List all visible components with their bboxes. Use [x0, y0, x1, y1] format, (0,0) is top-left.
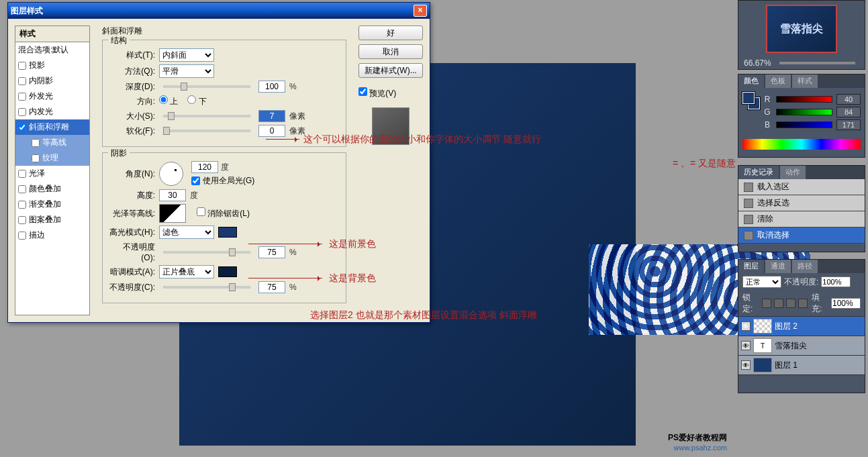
direction-down[interactable]: 下 — [187, 95, 206, 107]
depth-label: 深度(D): — [109, 81, 155, 93]
size-input[interactable] — [258, 110, 285, 122]
history-icon — [744, 215, 753, 224]
g-value[interactable]: 84 — [836, 107, 861, 117]
dialog-titlebar[interactable]: 图层样式 × — [8, 3, 430, 19]
style-label: 样式(T): — [109, 50, 155, 61]
lock-pixels-icon[interactable] — [774, 299, 783, 308]
lock-transparency-icon[interactable] — [762, 299, 771, 308]
lock-all-icon[interactable] — [798, 299, 808, 308]
fill-input[interactable] — [831, 298, 861, 309]
tab-history[interactable]: 历史记录 — [738, 166, 779, 179]
angle-control[interactable] — [159, 162, 183, 186]
r-slider[interactable] — [776, 96, 832, 103]
layer-row[interactable]: 👁T雪落指尖 — [738, 336, 865, 356]
layers-panel: 图层 通道 路径 正常 不透明度: 锁定: 填充: 👁图层 2 👁T雪落指尖 👁… — [738, 259, 865, 393]
shadow-color-swatch[interactable] — [218, 266, 237, 277]
altitude-input[interactable] — [159, 189, 186, 201]
antialias-checkbox[interactable]: 消除锯齿(L) — [197, 207, 250, 219]
tab-channels[interactable]: 通道 — [765, 260, 791, 273]
checkbox[interactable] — [18, 93, 26, 101]
tab-paths[interactable]: 路径 — [792, 260, 818, 273]
style-item-outerglow[interactable]: 外发光 — [15, 89, 89, 104]
cancel-button[interactable]: 取消 — [358, 44, 423, 59]
navigator-thumbnail[interactable]: 雪落指尖 — [766, 5, 837, 53]
layer-row[interactable]: 👁图层 1 — [738, 356, 865, 375]
checkbox[interactable] — [18, 170, 26, 178]
highlight-mode-select[interactable]: 滤色 — [159, 225, 214, 239]
direction-up[interactable]: 上 — [159, 95, 178, 107]
checkbox[interactable] — [32, 139, 40, 147]
tab-actions[interactable]: 动作 — [780, 166, 806, 179]
tab-color[interactable]: 颜色 — [738, 74, 764, 88]
newstyle-button[interactable]: 新建样式(W)... — [358, 63, 423, 78]
tab-swatches[interactable]: 色板 — [765, 74, 791, 88]
style-item-contour[interactable]: 等高线 — [15, 135, 89, 150]
shadow-mode-select[interactable]: 正片叠底 — [159, 265, 214, 278]
style-item-satin[interactable]: 光泽 — [15, 166, 89, 181]
global-light-checkbox[interactable]: 使用全局光(G) — [191, 175, 254, 187]
r-value[interactable]: 40 — [836, 94, 861, 105]
history-item[interactable]: 清除 — [738, 211, 865, 227]
layer-thumbnail[interactable]: T — [753, 338, 772, 353]
size-slider[interactable] — [163, 115, 250, 117]
soften-input[interactable] — [258, 125, 285, 137]
style-item-texture[interactable]: 纹理 — [15, 150, 89, 166]
zoom-slider[interactable] — [779, 62, 855, 64]
size-label: 大小(S): — [109, 111, 155, 122]
close-icon[interactable]: × — [414, 5, 427, 17]
history-item[interactable]: 载入选区 — [738, 179, 865, 195]
highlight-opacity-input[interactable] — [258, 246, 285, 258]
styles-list: 样式 混合选项:默认 投影 内阴影 外发光 内发光 斜面和浮雕 等高线 纹理 光… — [15, 26, 90, 315]
shadow-opacity-input[interactable] — [258, 281, 285, 293]
history-item[interactable]: 选择反选 — [738, 195, 865, 211]
checkbox[interactable] — [18, 77, 26, 85]
style-item-stroke[interactable]: 描边 — [15, 227, 89, 243]
tab-layers[interactable]: 图层 — [738, 260, 764, 273]
checkbox[interactable] — [18, 123, 26, 132]
b-slider[interactable] — [776, 121, 832, 128]
checkbox[interactable] — [18, 201, 26, 209]
checkbox[interactable] — [18, 62, 26, 70]
style-item-coloroverlay[interactable]: 颜色叠加 — [15, 181, 89, 197]
checkbox[interactable] — [32, 154, 40, 162]
history-item[interactable]: 取消选择 — [738, 227, 865, 244]
highlight-color-swatch[interactable] — [218, 227, 237, 238]
ok-button[interactable]: 好 — [358, 26, 423, 40]
depth-slider[interactable] — [163, 85, 250, 88]
checkbox[interactable] — [18, 185, 26, 193]
layer-thumbnail[interactable] — [753, 319, 772, 334]
gloss-contour[interactable] — [159, 204, 186, 223]
soften-slider[interactable] — [163, 130, 250, 132]
style-item-bevel[interactable]: 斜面和浮雕 — [15, 119, 89, 135]
style-item-patternoverlay[interactable]: 图案叠加 — [15, 212, 89, 227]
style-item-gradientoverlay[interactable]: 渐变叠加 — [15, 197, 89, 212]
angle-input[interactable] — [191, 161, 218, 173]
style-item-innershadow[interactable]: 内阴影 — [15, 73, 89, 89]
tab-styles[interactable]: 样式 — [792, 74, 818, 88]
shadow-opacity-slider[interactable] — [163, 286, 250, 289]
visibility-icon[interactable]: 👁 — [741, 341, 751, 350]
preview-checkbox[interactable]: 预览(V) — [358, 87, 423, 99]
checkbox[interactable] — [18, 108, 26, 116]
fg-bg-swatches[interactable] — [742, 92, 760, 109]
layer-row[interactable]: 👁图层 2 — [738, 317, 865, 336]
blend-options-item[interactable]: 混合选项:默认 — [15, 42, 89, 58]
color-spectrum[interactable] — [742, 139, 861, 150]
visibility-icon[interactable]: 👁 — [741, 360, 751, 370]
highlight-opacity-slider[interactable] — [163, 251, 250, 254]
b-value[interactable]: 171 — [836, 119, 861, 130]
style-item-innerglow[interactable]: 内发光 — [15, 104, 89, 119]
visibility-icon[interactable]: 👁 — [741, 321, 751, 331]
opacity-input[interactable] — [821, 276, 851, 287]
g-slider[interactable] — [776, 109, 832, 115]
checkbox[interactable] — [18, 216, 26, 224]
b-label: B — [763, 120, 772, 130]
checkbox[interactable] — [18, 232, 26, 240]
depth-input[interactable] — [258, 81, 285, 93]
style-select[interactable]: 内斜面 — [159, 48, 214, 62]
style-item-dropshadow[interactable]: 投影 — [15, 58, 89, 73]
layer-thumbnail[interactable] — [753, 358, 772, 372]
blend-mode-select[interactable]: 正常 — [742, 276, 781, 288]
technique-select[interactable]: 平滑 — [159, 64, 214, 78]
lock-position-icon[interactable] — [786, 299, 795, 308]
